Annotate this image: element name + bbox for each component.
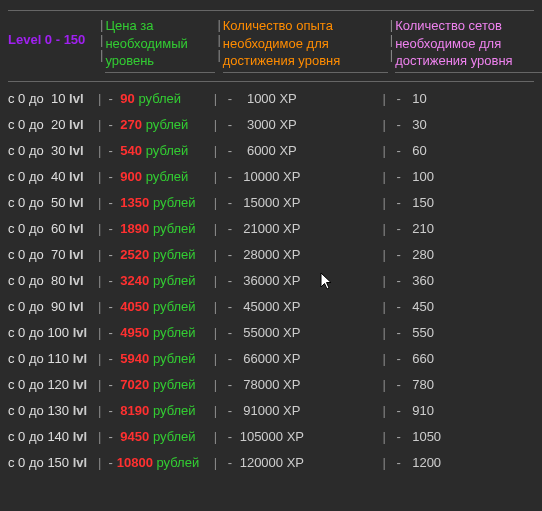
price-value: 90 <box>117 91 135 106</box>
sets-value: 280 <box>412 247 434 262</box>
column-separator: | <box>95 91 104 106</box>
dash: - <box>220 195 240 210</box>
price-value: 270 <box>117 117 142 132</box>
table-row: с 0 до 100 lvl|- 4950 рублей| - 55000 XP… <box>8 320 534 346</box>
xp-value: 105000 XP <box>240 429 304 444</box>
table-row: с 0 до 20 lvl|- 270 рублей| - 3000 XP| -… <box>8 112 534 138</box>
dash: - <box>389 221 412 236</box>
column-separator: | <box>380 299 389 314</box>
dash: - <box>104 169 116 184</box>
pricing-table: Level 0 - 150 ||| Цена за необходимый ур… <box>0 0 542 511</box>
xp-value: 66000 XP <box>240 351 301 366</box>
price-currency: рублей <box>153 403 196 418</box>
sets-value: 450 <box>412 299 434 314</box>
table-row: с 0 до 140 lvl|- 9450 рублей| - 105000 X… <box>8 424 534 450</box>
xp-value: 21000 XP <box>240 221 301 236</box>
column-separator: | <box>380 247 389 262</box>
level-range-cell: с 0 до 40 <box>8 169 69 184</box>
dash: - <box>220 117 240 132</box>
level-range-cell: с 0 до 120 <box>8 377 73 392</box>
column-separator: | <box>211 195 220 210</box>
dash: - <box>220 273 240 288</box>
column-separator: | <box>380 455 389 470</box>
level-range-cell: с 0 до 10 <box>8 91 69 106</box>
price-value: 2520 <box>117 247 150 262</box>
xp-value: 1000 XP <box>240 91 297 106</box>
header-sets-l1: Количество сетов <box>395 18 502 33</box>
price-value: 7020 <box>117 377 150 392</box>
header-xp-l1: Количество опыта <box>223 18 333 33</box>
xp-value: 36000 XP <box>240 273 301 288</box>
xp-value: 10000 XP <box>240 169 301 184</box>
column-separator: | <box>211 247 220 262</box>
column-separator: | <box>380 117 389 132</box>
column-separator: | <box>211 351 220 366</box>
column-separator: | <box>380 351 389 366</box>
header-price: Цена за необходимый уровень <box>105 17 215 73</box>
dash: - <box>220 143 240 158</box>
dash: - <box>389 429 412 444</box>
column-separator: | <box>380 403 389 418</box>
level-range-cell: с 0 до 90 <box>8 299 69 314</box>
dash: - <box>104 325 116 340</box>
dash: - <box>389 403 412 418</box>
dash: - <box>220 351 240 366</box>
column-separator: | <box>95 117 104 132</box>
sets-value: 150 <box>412 195 434 210</box>
column-separator: | <box>380 377 389 392</box>
level-range-cell: с 0 до 30 <box>8 143 69 158</box>
column-separator: | <box>380 91 389 106</box>
dash: - <box>389 91 412 106</box>
lvl-word: lvl <box>69 143 83 158</box>
dash: - <box>104 247 116 262</box>
xp-value: 91000 XP <box>240 403 301 418</box>
sets-value: 30 <box>412 117 426 132</box>
column-separator: | <box>95 351 104 366</box>
level-range-cell: с 0 до 100 <box>8 325 73 340</box>
dash: - <box>104 221 116 236</box>
lvl-word: lvl <box>69 91 83 106</box>
sets-value: 1050 <box>412 429 441 444</box>
sets-value: 60 <box>412 143 426 158</box>
column-separator: | <box>380 143 389 158</box>
column-separator: | <box>211 117 220 132</box>
dash: - <box>104 117 116 132</box>
level-range-cell: с 0 до 70 <box>8 247 69 262</box>
dash: - <box>220 403 240 418</box>
level-range-cell: с 0 до 110 <box>8 351 73 366</box>
price-currency: рублей <box>153 273 196 288</box>
dash: - <box>104 351 116 366</box>
level-range-cell: с 0 до 150 <box>8 455 73 470</box>
level-range-cell: с 0 до 80 <box>8 273 69 288</box>
table-row: с 0 до 40 lvl|- 900 рублей| - 10000 XP| … <box>8 164 534 190</box>
price-currency: рублей <box>146 169 189 184</box>
table-row: с 0 до 130 lvl|- 8190 рублей| - 91000 XP… <box>8 398 534 424</box>
lvl-word: lvl <box>73 351 87 366</box>
dash: - <box>389 247 412 262</box>
price-currency: рублей <box>153 351 196 366</box>
dash: - <box>104 429 116 444</box>
price-currency: рублей <box>138 91 181 106</box>
dash: - <box>389 455 412 470</box>
xp-value: 45000 XP <box>240 299 301 314</box>
dash: - <box>389 377 412 392</box>
level-range-cell: с 0 до 20 <box>8 117 69 132</box>
xp-value: 3000 XP <box>240 117 297 132</box>
price-currency: рублей <box>157 455 200 470</box>
table-header: Level 0 - 150 ||| Цена за необходимый ур… <box>8 10 534 82</box>
price-value: 3240 <box>117 273 150 288</box>
xp-value: 120000 XP <box>240 455 304 470</box>
dash: - <box>389 351 412 366</box>
column-separator: ||| <box>98 17 105 73</box>
table-row: с 0 до 60 lvl|- 1890 рублей| - 21000 XP|… <box>8 216 534 242</box>
column-separator: | <box>95 299 104 314</box>
column-separator: | <box>211 273 220 288</box>
dash: - <box>104 91 116 106</box>
table-row: с 0 до 10 lvl|- 90 рублей| - 1000 XP| - … <box>8 86 534 112</box>
column-separator: | <box>211 325 220 340</box>
sets-value: 100 <box>412 169 434 184</box>
dash: - <box>389 169 412 184</box>
level-range-cell: с 0 до 130 <box>8 403 73 418</box>
price-value: 9450 <box>117 429 150 444</box>
price-value: 10800 <box>117 455 153 470</box>
